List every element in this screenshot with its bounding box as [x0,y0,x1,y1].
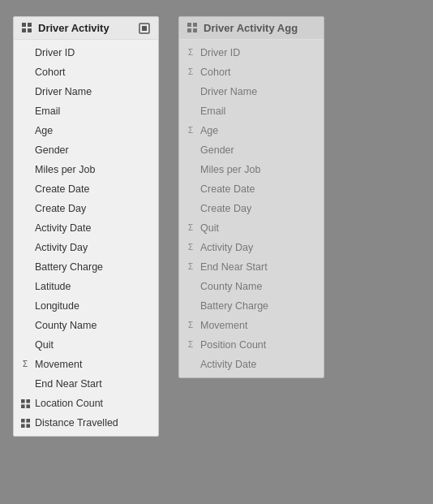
field-label: Driver Name [200,84,257,100]
right-panel: Driver Activity Agg ΣDriver IDΣCohortDri… [178,16,324,378]
field-item-email[interactable]: Email [14,101,158,121]
field-item-activity-date[interactable]: Activity Date [14,218,158,238]
field-item-create-date[interactable]: Create Date [179,179,324,199]
field-item-create-day[interactable]: Create Day [14,199,158,218]
field-item-end-near-start[interactable]: End Near Start [14,374,158,394]
field-item-miles-per-job[interactable]: Miles per Job [14,160,158,179]
left-field-list: Driver IDCohortDriver NameEmailAgeGender… [14,40,158,436]
field-item-age[interactable]: ΣAge [179,121,324,140]
field-item-longitude[interactable]: Longitude [14,296,158,316]
field-label: Movement [35,356,82,373]
collapse-icon[interactable] [139,23,150,34]
field-label: Quit [200,220,219,236]
field-item-distance-travelled[interactable]: Distance Travelled [14,413,158,433]
field-label: Email [35,103,60,119]
sigma-icon: Σ [184,241,197,254]
sigma-icon: Σ [184,46,197,59]
field-label: Latitude [35,278,71,295]
field-item-miles-per-job[interactable]: Miles per Job [179,160,324,179]
svg-rect-5 [142,26,147,31]
field-item-driver-id[interactable]: ΣDriver ID [179,43,324,62]
field-label: Gender [35,142,69,158]
field-label: Driver Name [35,84,92,100]
field-item-cohort[interactable]: Cohort [14,62,158,82]
svg-rect-9 [26,404,30,408]
left-panel-header: Driver Activity [14,17,158,40]
right-panel-grid-icon [187,23,199,34]
field-item-county-name[interactable]: County Name [179,277,324,296]
field-item-movement[interactable]: ΣMovement [14,355,158,374]
field-label: County Name [200,278,262,295]
field-item-create-date[interactable]: Create Date [14,179,158,199]
field-item-quit[interactable]: ΣQuit [179,218,324,238]
field-label: Create Date [35,181,89,197]
field-label: Age [35,123,53,139]
grid-small-icon [19,419,32,428]
svg-rect-17 [193,28,197,32]
svg-rect-8 [21,404,25,408]
field-item-driver-name[interactable]: Driver Name [179,82,324,101]
field-item-activity-date[interactable]: Activity Date [179,355,324,374]
field-item-gender[interactable]: Gender [179,140,324,160]
field-label: Create Day [35,200,86,217]
field-item-email[interactable]: Email [179,101,324,121]
field-label: Battery Charge [35,259,103,275]
field-label: Create Date [200,181,255,197]
svg-rect-10 [21,419,25,423]
field-item-activity-day[interactable]: ΣActivity Day [179,238,324,257]
field-item-end-near-start[interactable]: ΣEnd Near Start [179,257,324,277]
svg-rect-1 [28,23,32,27]
right-panel-header: Driver Activity Agg [179,17,324,40]
field-item-activity-day[interactable]: Activity Day [14,238,158,257]
svg-rect-0 [22,23,26,27]
field-label: Driver ID [200,45,240,61]
field-item-cohort[interactable]: ΣCohort [179,62,324,82]
field-label: Age [200,123,218,139]
sigma-icon: Σ [184,66,197,79]
field-label: Battery Charge [200,298,268,314]
sigma-icon: Σ [184,261,197,274]
field-label: Activity Date [35,220,91,236]
field-item-quit[interactable]: Quit [14,335,158,355]
field-label: Position Count [200,337,266,353]
right-panel-title: Driver Activity Agg [204,22,298,34]
field-item-county-name[interactable]: County Name [14,316,158,335]
svg-rect-11 [26,419,30,423]
field-label: End Near Start [200,259,268,275]
sigma-icon: Σ [184,222,197,235]
svg-rect-16 [187,28,191,32]
field-item-gender[interactable]: Gender [14,140,158,160]
field-label: Miles per Job [35,162,95,178]
field-item-age[interactable]: Age [14,121,158,140]
sigma-icon: Σ [184,124,197,137]
field-label: Cohort [200,64,231,80]
field-label: Gender [200,142,234,158]
svg-rect-3 [28,28,32,32]
svg-rect-7 [26,399,30,403]
field-item-battery-charge[interactable]: Battery Charge [14,257,158,277]
sigma-icon: Σ [184,338,197,351]
field-label: End Near Start [35,376,102,392]
svg-rect-15 [193,23,197,27]
field-item-battery-charge[interactable]: Battery Charge [179,296,324,316]
field-label: Activity Day [35,239,88,256]
field-label: Driver ID [35,45,75,61]
field-item-location-count[interactable]: Location Count [14,394,158,413]
field-item-position-count[interactable]: ΣPosition Count [179,335,324,355]
field-item-latitude[interactable]: Latitude [14,277,158,296]
field-label: Location Count [35,395,103,411]
field-label: Activity Day [200,239,253,256]
svg-rect-6 [21,399,25,403]
left-panel: Driver Activity Driver IDCohortDriver Na… [13,16,159,437]
field-label: Longitude [35,298,79,314]
field-label: Movement [200,317,247,334]
field-item-driver-name[interactable]: Driver Name [14,82,158,101]
field-item-driver-id[interactable]: Driver ID [14,43,158,62]
grid-small-icon [19,399,32,408]
field-item-movement[interactable]: ΣMovement [179,316,324,335]
field-item-create-day[interactable]: Create Day [179,199,324,218]
right-field-list: ΣDriver IDΣCohortDriver NameEmailΣAgeGen… [179,40,324,377]
panels-container: Driver Activity Driver IDCohortDriver Na… [13,16,420,437]
sigma-icon: Σ [184,319,197,332]
field-label: County Name [35,317,96,334]
